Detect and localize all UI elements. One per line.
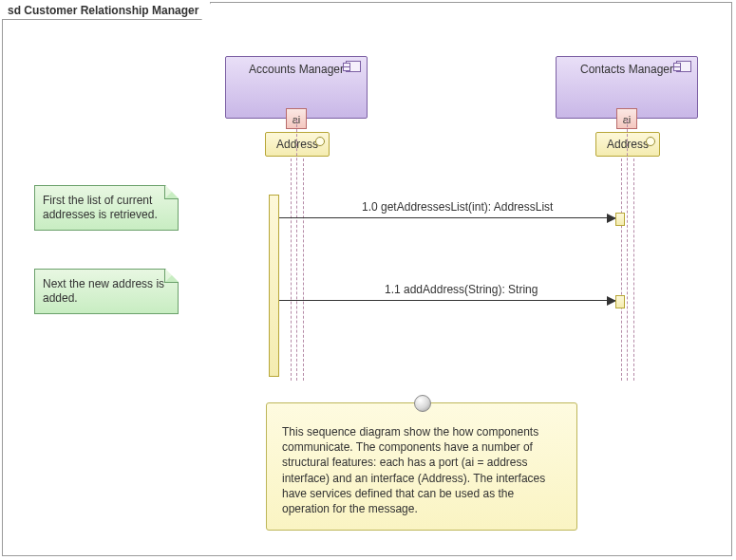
accounts-interface: Address bbox=[265, 132, 330, 157]
message-2-arrow bbox=[279, 300, 615, 301]
message-1-arrow bbox=[279, 217, 615, 218]
pin-icon bbox=[414, 395, 431, 412]
sequence-diagram-frame: sd Customer Relationship Manager Account… bbox=[2, 2, 732, 556]
interface-icon bbox=[646, 137, 655, 146]
note-fold-icon bbox=[164, 185, 179, 199]
note-1: First the list of current addresses is r… bbox=[34, 185, 179, 231]
contacts-lifeline bbox=[621, 159, 622, 381]
contacts-activation-1 bbox=[615, 213, 625, 226]
interface-icon bbox=[315, 137, 325, 146]
accounts-lifeline bbox=[296, 120, 297, 381]
note-2-text: Next the new address is added. bbox=[43, 277, 164, 305]
accounts-lifeline bbox=[291, 159, 292, 381]
message-2-label: 1.1 addAddress(String): String bbox=[385, 283, 538, 296]
contacts-interface: Address bbox=[595, 132, 660, 157]
component-icon bbox=[346, 61, 361, 72]
note-2: Next the new address is added. bbox=[34, 269, 179, 314]
diagram-canvas: Accounts Manager ai Address Contacts Man… bbox=[3, 3, 731, 555]
accounts-lifeline bbox=[303, 159, 304, 381]
contacts-activation-2 bbox=[615, 295, 625, 308]
explanation-note-text: This sequence diagram show the how compo… bbox=[282, 425, 545, 515]
explanation-note: This sequence diagram show the how compo… bbox=[266, 402, 577, 531]
accounts-interface-label: Address bbox=[276, 138, 318, 151]
contacts-lifeline bbox=[633, 159, 634, 381]
contacts-interface-label: Address bbox=[607, 138, 649, 151]
note-fold-icon bbox=[164, 269, 179, 283]
accounts-activation bbox=[269, 195, 279, 377]
contacts-lifeline bbox=[627, 120, 628, 381]
component-icon bbox=[676, 61, 691, 72]
message-1-label: 1.0 getAddressesList(int): AddressList bbox=[362, 200, 553, 214]
note-1-text: First the list of current addresses is r… bbox=[43, 194, 158, 221]
